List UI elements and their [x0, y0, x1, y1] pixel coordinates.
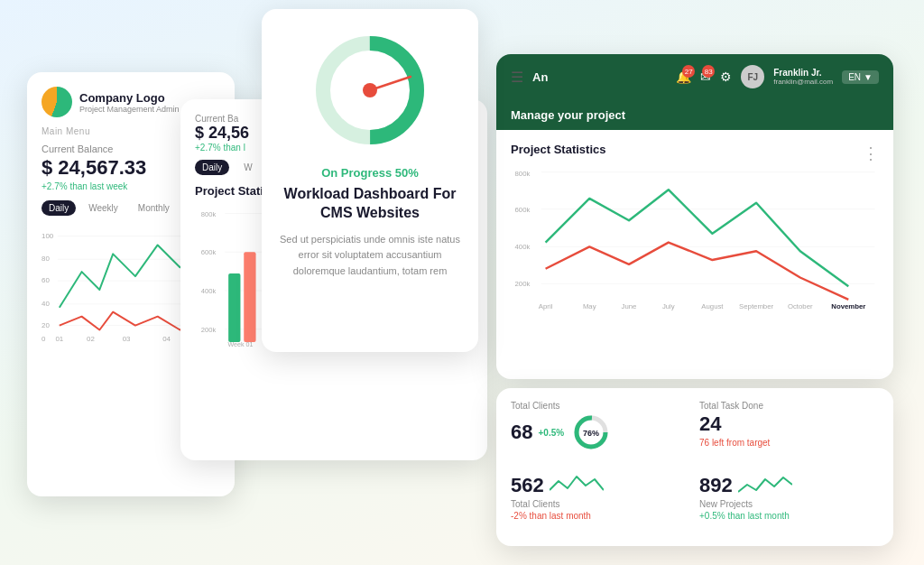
svg-text:01: 01 — [55, 335, 63, 343]
svg-text:60: 60 — [42, 276, 50, 284]
right-section-header: Project Statistics ⋮ — [511, 143, 879, 163]
stat-892: 892 New Projects +0.5% than last month — [699, 472, 879, 534]
wave-icon-1 — [550, 472, 604, 499]
task-sub: 76 left from target — [699, 438, 879, 448]
svg-text:Week 01: Week 01 — [227, 341, 253, 348]
card-right-bottom: Total Clients 68 +0.5% 76% Total Task Do… — [496, 388, 893, 546]
stat4-label: New Projects — [699, 499, 879, 509]
svg-text:June: June — [622, 302, 637, 310]
user-name: Franklin Jr. — [773, 68, 833, 78]
notification-badge: 27 — [682, 65, 695, 78]
svg-text:September: September — [739, 302, 773, 310]
workload-desc: Sed ut perspiciatis unde omnis iste natu… — [280, 232, 460, 280]
company-logo-icon — [42, 87, 72, 117]
right-top-content: Project Statistics ⋮ 800k 600k 400k 200k… — [496, 130, 893, 342]
period-monthly[interactable]: Monthly — [131, 200, 177, 216]
svg-line-42 — [370, 77, 411, 90]
stat3-change: -2% than last month — [511, 511, 690, 521]
card2-period-w[interactable]: W — [236, 160, 259, 175]
svg-text:August: August — [701, 302, 724, 310]
logo-sub: Project Management Admin — [79, 105, 180, 114]
message-badge: 83 — [702, 65, 715, 78]
stat-total-task: Total Task Done 24 76 left from target — [699, 401, 879, 463]
message-icon[interactable]: ✉ 83 — [700, 69, 711, 85]
period-daily[interactable]: Daily — [42, 200, 76, 216]
svg-text:80: 80 — [42, 255, 50, 263]
svg-text:03: 03 — [123, 335, 131, 343]
clients-change: +0.5% — [538, 428, 564, 438]
svg-text:200k: 200k — [201, 326, 217, 334]
total-task-value: 24 — [699, 412, 879, 436]
stat3-value: 562 — [511, 472, 690, 499]
svg-text:76%: 76% — [583, 429, 599, 438]
svg-text:400k: 400k — [201, 287, 217, 295]
svg-text:600k: 600k — [201, 248, 217, 256]
svg-text:800k: 800k — [515, 170, 531, 178]
right-line-chart: 800k 600k 400k 200k April May June July … — [511, 163, 879, 326]
workload-title: Workload Dashboard For CMS Websites — [280, 185, 460, 223]
settings-icon[interactable]: ⚙ — [720, 69, 732, 84]
svg-text:November: November — [831, 302, 865, 310]
svg-text:May: May — [583, 302, 596, 310]
svg-text:July: July — [662, 302, 675, 310]
hamburger-icon[interactable]: ☰ — [511, 69, 523, 86]
card-center: On Progress 50% Workload Dashboard For C… — [262, 9, 478, 352]
logo-name: Company Logo — [79, 91, 180, 105]
clients-donut: 76% — [571, 412, 611, 452]
language-selector[interactable]: EN ▼ — [842, 70, 879, 84]
manage-bar: Manage your project — [496, 99, 893, 130]
svg-text:40: 40 — [42, 300, 50, 308]
stat-562: 562 Total Clients -2% than last month — [511, 472, 690, 534]
right-section-title: Project Statistics — [511, 143, 606, 156]
stat4-change: +0.5% than last month — [699, 511, 879, 521]
page-title-header: An — [532, 70, 548, 84]
svg-text:0: 0 — [42, 335, 46, 343]
donut-chart — [307, 27, 433, 153]
total-task-label: Total Task Done — [699, 401, 879, 411]
card-right-top: ☰ An 🔔 27 ✉ 83 ⚙ FJ Franklin Jr. frankli… — [496, 54, 893, 379]
stat3-label: Total Clients — [511, 499, 690, 509]
stat-total-clients: Total Clients 68 +0.5% 76% — [511, 401, 690, 463]
svg-text:200k: 200k — [515, 280, 531, 288]
svg-text:04: 04 — [162, 335, 171, 343]
svg-rect-25 — [244, 252, 255, 342]
total-clients-value: 68 +0.5% — [511, 421, 564, 444]
clients-donut-row: 68 +0.5% 76% — [511, 412, 690, 452]
svg-text:600k: 600k — [515, 206, 531, 214]
svg-text:400k: 400k — [515, 243, 531, 251]
svg-text:800k: 800k — [201, 210, 217, 218]
notifications-icon[interactable]: 🔔 27 — [676, 69, 691, 85]
header-bar: ☰ An 🔔 27 ✉ 83 ⚙ FJ Franklin Jr. frankli… — [496, 54, 893, 99]
svg-text:100: 100 — [42, 232, 54, 240]
user-email: franklin@mail.com — [773, 78, 833, 86]
avatar: FJ — [741, 65, 764, 88]
progress-label: On Progress 50% — [321, 166, 419, 180]
wave-icon-2 — [738, 472, 792, 499]
stat4-value: 892 — [699, 472, 879, 499]
nav-icons: ☰ An — [511, 69, 548, 86]
period-weekly[interactable]: Weekly — [81, 200, 125, 216]
right-more-options[interactable]: ⋮ — [863, 144, 879, 163]
svg-text:April: April — [539, 302, 553, 310]
svg-text:October: October — [788, 302, 813, 310]
svg-text:02: 02 — [87, 335, 95, 343]
svg-rect-24 — [228, 273, 240, 342]
manage-label: Manage your project — [511, 108, 625, 122]
card2-period-daily[interactable]: Daily — [195, 160, 229, 175]
svg-text:20: 20 — [42, 321, 50, 329]
total-clients-label: Total Clients — [511, 401, 690, 411]
